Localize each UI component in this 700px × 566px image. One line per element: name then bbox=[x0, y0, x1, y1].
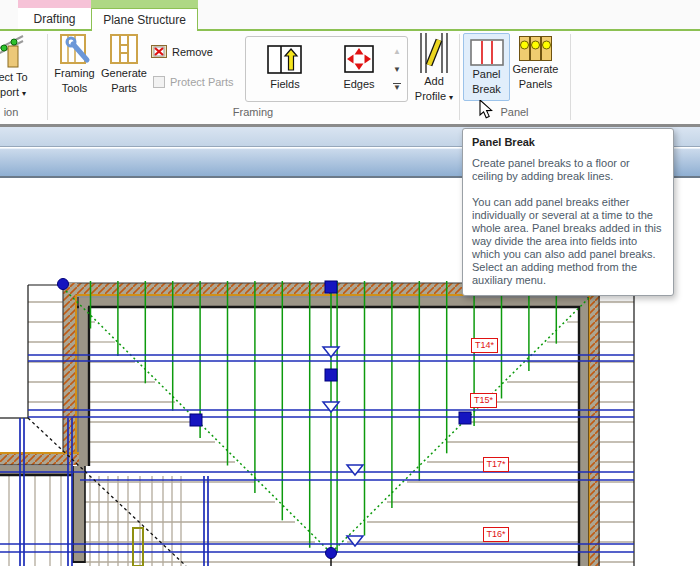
fields-icon bbox=[267, 45, 303, 74]
generate-parts-icon bbox=[108, 33, 140, 65]
framing-tools-icon bbox=[59, 33, 91, 65]
tab-plane-structure[interactable]: Plane Structure bbox=[91, 8, 198, 30]
contextual-tab-strip-green bbox=[91, 0, 198, 8]
application-window: Drafting Plane Structure nect To pport ▾… bbox=[0, 0, 700, 566]
group-label-framing: Framing bbox=[47, 106, 459, 118]
panel-break-icon bbox=[470, 39, 504, 66]
support-label: pport ▾ bbox=[0, 87, 26, 100]
part-tag: T17* bbox=[483, 457, 509, 472]
remove-icon bbox=[151, 45, 167, 58]
generate-parts-button[interactable]: Generate Parts bbox=[100, 33, 148, 103]
fields-button[interactable]: Fields bbox=[256, 45, 314, 90]
part-tag: T15* bbox=[470, 393, 497, 408]
add-profile-button[interactable]: Add Profile ▾ bbox=[410, 33, 458, 103]
group-label-panel: Panel bbox=[459, 106, 570, 118]
spinner-expand-button[interactable]: ▼ bbox=[393, 83, 401, 92]
part-tag: T16* bbox=[483, 527, 509, 542]
tooltip-paragraph: Create panel breaks to a floor or ceilin… bbox=[472, 157, 663, 183]
edges-button[interactable]: Edges bbox=[331, 45, 387, 90]
edges-icon bbox=[344, 45, 375, 74]
generate-panels-icon bbox=[519, 36, 552, 61]
tooltip-paragraph: You can add panel breaks either individu… bbox=[472, 196, 663, 287]
group-label-partial: ion bbox=[0, 106, 22, 118]
connect-to-support-button[interactable]: nect To pport ▾ bbox=[0, 33, 40, 103]
part-tag: T14* bbox=[471, 338, 498, 353]
tooltip-title: Panel Break bbox=[472, 136, 663, 148]
generate-panels-button[interactable]: Generate Panels bbox=[511, 33, 560, 103]
connect-to-label: nect To bbox=[0, 72, 28, 84]
checkbox-icon bbox=[153, 76, 165, 88]
dropdown-caret-icon: ▾ bbox=[22, 89, 26, 98]
mouse-cursor-icon bbox=[479, 100, 497, 120]
add-profile-icon bbox=[418, 33, 450, 73]
panel-break-button[interactable]: Panel Break bbox=[463, 33, 510, 101]
connect-to-support-icon bbox=[0, 33, 24, 69]
dropdown-caret-icon: ▾ bbox=[449, 93, 453, 102]
protect-parts-checkbox[interactable]: Protect Parts bbox=[153, 76, 234, 88]
fields-edges-panel: Fields Edges ▲ ▼ ▼ bbox=[245, 36, 408, 102]
spinner-down-button[interactable]: ▼ bbox=[393, 65, 401, 74]
spinner-up-button[interactable]: ▲ bbox=[393, 47, 401, 56]
remove-button[interactable]: Remove bbox=[151, 45, 213, 58]
panel-break-tooltip: Panel Break Create panel breaks to a flo… bbox=[462, 128, 674, 296]
ribbon-tab-bar: Drafting Plane Structure bbox=[0, 0, 700, 30]
tab-drafting[interactable]: Drafting bbox=[18, 8, 91, 30]
framing-tools-button[interactable]: Framing Tools bbox=[51, 33, 98, 103]
ribbon: nect To pport ▾ ion Framing Tools bbox=[0, 31, 700, 124]
contextual-tab-strip-pink bbox=[18, 0, 91, 8]
